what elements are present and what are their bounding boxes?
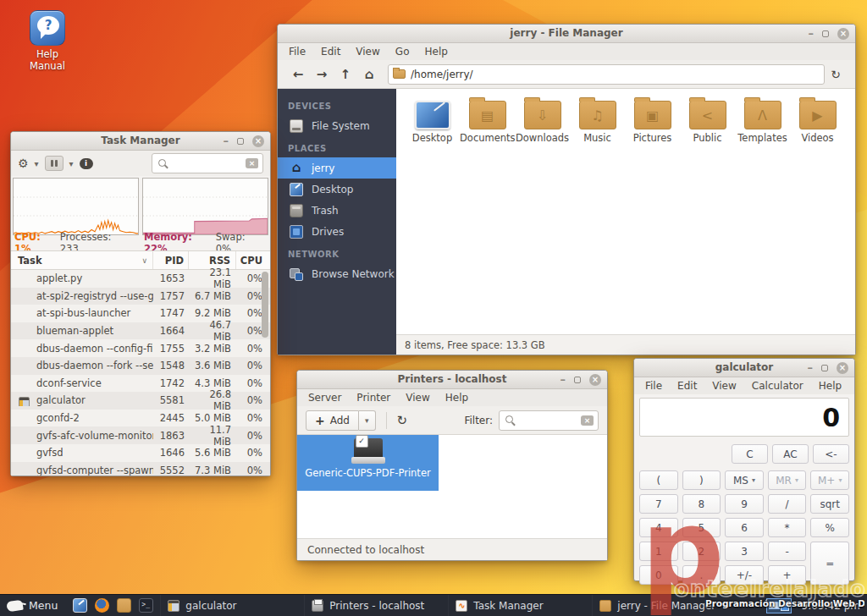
- task-row-gvfsd[interactable]: gvfsd16465.6 MiB0%: [11, 444, 270, 462]
- folder-launcher-icon[interactable]: [117, 598, 131, 613]
- sidebar-item-desktop[interactable]: Desktop: [278, 179, 396, 200]
- refresh-icon[interactable]: ↻: [825, 68, 847, 81]
- task-manager-titlebar[interactable]: Task Manager – ×: [11, 132, 270, 151]
- calc-key-item[interactable]: *: [768, 518, 807, 537]
- menu-item-server[interactable]: Server: [301, 389, 349, 406]
- menu-item-view[interactable]: View: [398, 389, 437, 406]
- path-bar[interactable]: [388, 64, 825, 85]
- file-item-downloads[interactable]: ⇩Downloads: [515, 96, 570, 144]
- forward-icon[interactable]: →: [310, 67, 334, 82]
- menu-item-edit[interactable]: Edit: [670, 377, 704, 394]
- calc-key-item[interactable]: +/-: [725, 565, 764, 585]
- calc-key-item[interactable]: ): [682, 470, 721, 490]
- calc-key-item[interactable]: /: [768, 494, 807, 514]
- firefox-launcher-icon[interactable]: [95, 598, 109, 613]
- graphs-toggle-button[interactable]: [45, 156, 64, 171]
- calc-key-2[interactable]: 2: [682, 542, 721, 561]
- calc-key-5[interactable]: 5: [682, 518, 721, 537]
- sidebar-item-jerry[interactable]: ⌂jerry: [278, 157, 396, 179]
- calc-key-item[interactable]: (: [639, 470, 678, 490]
- file-item-videos[interactable]: ▶Videos: [790, 96, 845, 144]
- menu-item-file[interactable]: File: [281, 43, 313, 60]
- taskbar-window-jerry-file-manager[interactable]: jerry - File Manager: [592, 595, 736, 616]
- menu-item-calculator[interactable]: Calculator: [744, 377, 811, 394]
- clock[interactable]: 9:09:42 pm: [802, 600, 860, 612]
- file-item-music[interactable]: ♫Music: [570, 96, 625, 144]
- calc-key-9[interactable]: 9: [725, 494, 764, 514]
- taskbar-window-galculator[interactable]: galculator: [160, 595, 304, 616]
- file-item-public[interactable]: <Public: [680, 96, 735, 144]
- maximize-button[interactable]: [821, 365, 828, 371]
- task-row-at-spi2-registryd-use-gnome-s[interactable]: at-spi2-registryd --use-gnome-s…17576.7 …: [11, 288, 270, 305]
- task-row-blueman-applet[interactable]: blueman-applet166446.7 MiB0%: [11, 322, 270, 340]
- chevron-down-icon[interactable]: ▾: [69, 159, 74, 168]
- sidebar-item-drives[interactable]: Drives: [278, 221, 396, 242]
- refresh-icon[interactable]: ↻: [397, 413, 408, 428]
- calc-key-m[interactable]: M+▾: [810, 470, 849, 490]
- menu-item-go[interactable]: Go: [388, 43, 417, 60]
- info-icon[interactable]: i: [80, 158, 93, 169]
- minimize-button[interactable]: –: [808, 364, 814, 372]
- calc-key-item[interactable]: +: [768, 565, 807, 585]
- menu-item-printer[interactable]: Printer: [349, 389, 398, 406]
- file-item-pictures[interactable]: ▣Pictures: [625, 96, 680, 144]
- add-printer-button[interactable]: + Add: [306, 410, 359, 431]
- menu-item-file[interactable]: File: [638, 377, 670, 394]
- calc-key-ms[interactable]: MS▾: [725, 470, 764, 490]
- menu-item-help[interactable]: Help: [417, 43, 455, 60]
- filter-box[interactable]: ×: [499, 410, 599, 431]
- menu-item-help[interactable]: Help: [438, 389, 476, 406]
- maximize-button[interactable]: [822, 30, 829, 37]
- menu-item-edit[interactable]: Edit: [313, 43, 348, 60]
- close-button[interactable]: ×: [589, 374, 601, 386]
- minimize-button[interactable]: –: [561, 376, 566, 384]
- clear-search-icon[interactable]: ×: [246, 158, 258, 168]
- file-manager-titlebar[interactable]: jerry - File Manager – ×: [278, 25, 855, 43]
- sidebar-item-file-system[interactable]: File System: [278, 115, 396, 136]
- calc-key-3[interactable]: 3: [725, 542, 764, 561]
- galculator-titlebar[interactable]: galculator – ×: [634, 359, 854, 377]
- task-row-gvfs-afc-volume-monitor[interactable]: gvfs-afc-volume-monitor186311.7 MiB0%: [11, 426, 270, 444]
- close-button[interactable]: ×: [252, 135, 264, 147]
- calc-key-item[interactable]: =: [810, 542, 849, 585]
- calc-key-item[interactable]: .: [682, 565, 721, 585]
- close-button[interactable]: ×: [837, 362, 848, 374]
- gear-icon[interactable]: ⚙: [18, 157, 29, 169]
- calc-btn-item[interactable]: <-: [813, 444, 849, 464]
- add-dropdown-button[interactable]: ▾: [359, 410, 376, 431]
- minimize-button[interactable]: –: [224, 137, 229, 146]
- column-header-cpu[interactable]: CPU: [236, 251, 270, 269]
- clear-filter-icon[interactable]: ×: [581, 415, 594, 426]
- column-header-task[interactable]: Task ∨: [11, 251, 153, 269]
- file-item-templates[interactable]: ΛTemplates: [735, 96, 790, 144]
- scrollbar-thumb[interactable]: [262, 272, 268, 338]
- maximize-button[interactable]: [574, 377, 581, 383]
- maximize-button[interactable]: [237, 138, 244, 145]
- calc-key-item[interactable]: %: [810, 518, 849, 537]
- task-row-dbus-daemon-fork-session[interactable]: dbus-daemon --fork --session --…15483.6 …: [11, 357, 270, 375]
- filter-input[interactable]: [517, 415, 577, 426]
- applications-menu-button[interactable]: Menu: [0, 595, 66, 616]
- task-row-gvfsd-computer-spawner-1-10[interactable]: gvfsd-computer --spawner :1.10…55527.3 M…: [11, 462, 270, 476]
- task-row-applet-py[interactable]: applet.py165323.1 MiB0%: [11, 270, 270, 288]
- printers-titlebar[interactable]: Printers - localhost – ×: [297, 371, 607, 389]
- column-header-pid[interactable]: PID: [153, 251, 189, 269]
- path-input[interactable]: [411, 69, 820, 80]
- home-icon[interactable]: ⌂: [357, 67, 381, 82]
- menu-item-help[interactable]: Help: [811, 377, 849, 394]
- workspace-pager[interactable]: [766, 598, 792, 613]
- close-button[interactable]: ×: [837, 28, 849, 40]
- calc-btn-c[interactable]: C: [732, 444, 768, 464]
- sidebar-item-browse-network[interactable]: Browse Network: [278, 263, 396, 284]
- minimize-button[interactable]: –: [809, 30, 815, 38]
- file-item-desktop[interactable]: Desktop: [405, 96, 460, 144]
- printer-item-selected[interactable]: Generic-CUPS-PDF-Printer: [297, 435, 439, 491]
- calc-key-mr[interactable]: MR▾: [768, 470, 807, 490]
- taskbar-window-printers-localhost[interactable]: Printers - localhost: [304, 595, 448, 616]
- chevron-down-icon[interactable]: ▾: [35, 159, 39, 168]
- calc-key-6[interactable]: 6: [725, 518, 764, 537]
- task-row-galculator[interactable]: galculator558126.8 MiB0%: [11, 392, 270, 410]
- calc-btn-ac[interactable]: AC: [772, 444, 809, 464]
- calc-key-item[interactable]: -: [768, 542, 807, 561]
- calc-key-0[interactable]: 0: [639, 565, 678, 585]
